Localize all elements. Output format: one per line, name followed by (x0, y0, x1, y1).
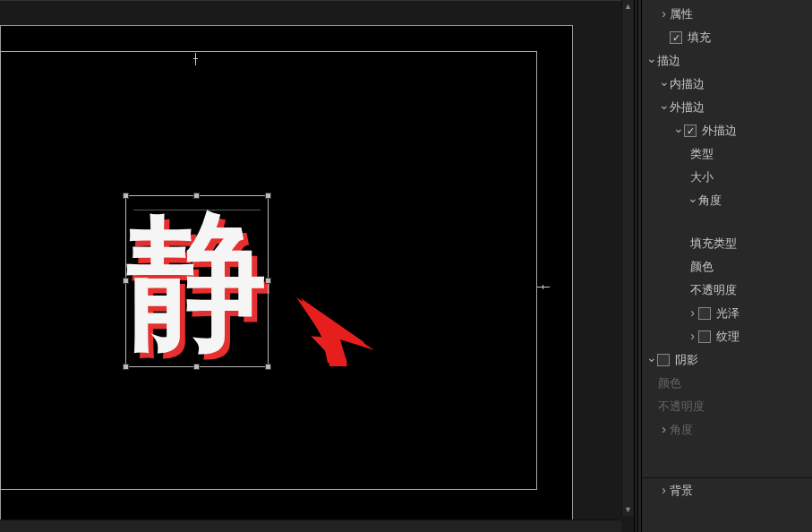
shadow-angle-row[interactable]: 角度 (642, 418, 812, 442)
outer-stroke-label: 外描边 (670, 99, 705, 116)
outer-stroke-enable-label: 外描边 (702, 123, 737, 139)
scroll-down-button[interactable]: ▼ (622, 503, 634, 516)
properties-label: 属性 (670, 6, 693, 22)
resize-handle-tm[interactable] (193, 193, 200, 199)
chevron-down-icon[interactable] (672, 123, 684, 137)
chevron-down-icon[interactable] (658, 76, 670, 90)
outer-stroke-row[interactable]: 外描边 (642, 96, 812, 119)
chevron-right-icon[interactable] (658, 6, 670, 21)
properties-header[interactable]: 属性 (642, 3, 812, 26)
shadow-color-row: 颜色 (642, 372, 812, 395)
svg-marker-3 (296, 297, 374, 366)
chevron-right-icon[interactable] (687, 305, 698, 320)
stroke-size-row[interactable]: 大小 (642, 166, 812, 189)
shadow-angle-label: 角度 (670, 422, 693, 438)
properties-panel: 属性 填充 描边 内描边 外描边 外描边 类型 大小 角度 填充类型 颜色 不 (642, 0, 812, 532)
texture-row[interactable]: 纹理 (642, 325, 812, 348)
resize-handle-bl[interactable] (123, 364, 129, 370)
stroke-angle-row[interactable]: 角度 (642, 189, 812, 212)
fill-type-row[interactable]: 填充类型 (642, 232, 812, 255)
gloss-label: 光泽 (716, 305, 739, 322)
texture-checkbox[interactable] (698, 330, 711, 343)
fill-type-label: 填充类型 (690, 236, 737, 252)
chevron-down-icon[interactable] (658, 99, 670, 114)
annotation-arrow-icon (294, 295, 383, 366)
stroke-size-label: 大小 (690, 169, 714, 185)
shadow-row[interactable]: 阴影 (642, 348, 812, 372)
shadow-color-label: 颜色 (658, 375, 681, 391)
gloss-row[interactable]: 光泽 (642, 302, 812, 325)
resize-handle-bm[interactable] (193, 364, 200, 370)
color-label: 颜色 (690, 259, 714, 275)
resize-handle-br[interactable] (265, 364, 271, 370)
opacity-label: 不透明度 (690, 282, 737, 298)
chevron-down-icon[interactable] (645, 53, 657, 67)
stroke-row[interactable]: 描边 (642, 49, 812, 73)
baseline-guide (133, 210, 261, 210)
resize-handle-tl[interactable] (123, 193, 129, 199)
shadow-opacity-label: 不透明度 (658, 399, 705, 415)
fill-checkbox[interactable] (670, 31, 682, 44)
chevron-right-icon[interactable] (658, 483, 670, 497)
background-row[interactable]: 背景 (642, 477, 812, 501)
inner-stroke-row[interactable]: 内描边 (642, 73, 812, 96)
inner-stroke-label: 内描边 (670, 76, 705, 92)
gloss-checkbox[interactable] (698, 307, 711, 320)
resize-handle-ml[interactable] (123, 278, 129, 284)
opacity-row[interactable]: 不透明度 (642, 279, 812, 302)
texture-label: 纹理 (716, 329, 739, 345)
selection-bounds (125, 195, 269, 367)
chevron-down-icon[interactable] (687, 193, 698, 207)
resize-handle-tr[interactable] (265, 193, 271, 199)
color-row[interactable]: 颜色 (642, 255, 812, 279)
ruler-mark-top (195, 53, 196, 65)
background-label: 背景 (670, 483, 693, 499)
shadow-opacity-row: 不透明度 (642, 395, 812, 418)
selected-text-object[interactable]: 静 静 (126, 196, 268, 366)
resize-handle-mr[interactable] (265, 278, 271, 284)
chevron-down-icon[interactable] (645, 352, 657, 366)
outer-stroke-enable-row[interactable]: 外描边 (642, 119, 812, 142)
stroke-type-row[interactable]: 类型 (642, 142, 812, 166)
chevron-right-icon[interactable] (687, 329, 698, 343)
scroll-up-button[interactable]: ▲ (622, 0, 634, 13)
canvas-viewport[interactable]: 静 静 (0, 0, 634, 1)
stroke-angle-label: 角度 (698, 193, 722, 209)
fill-row[interactable]: 填充 (642, 26, 812, 49)
shadow-label: 阴影 (675, 352, 698, 368)
stroke-label: 描边 (657, 53, 680, 69)
chevron-right-icon[interactable] (658, 422, 670, 436)
shadow-checkbox[interactable] (657, 354, 670, 366)
outer-stroke-checkbox[interactable] (684, 124, 697, 137)
stroke-type-label: 类型 (690, 146, 714, 162)
fill-label: 填充 (688, 30, 711, 46)
vertical-scrollbar[interactable]: ▲ ▼ (621, 0, 634, 516)
horizontal-scrollbar[interactable] (0, 519, 621, 532)
ruler-mark-right (537, 287, 550, 287)
